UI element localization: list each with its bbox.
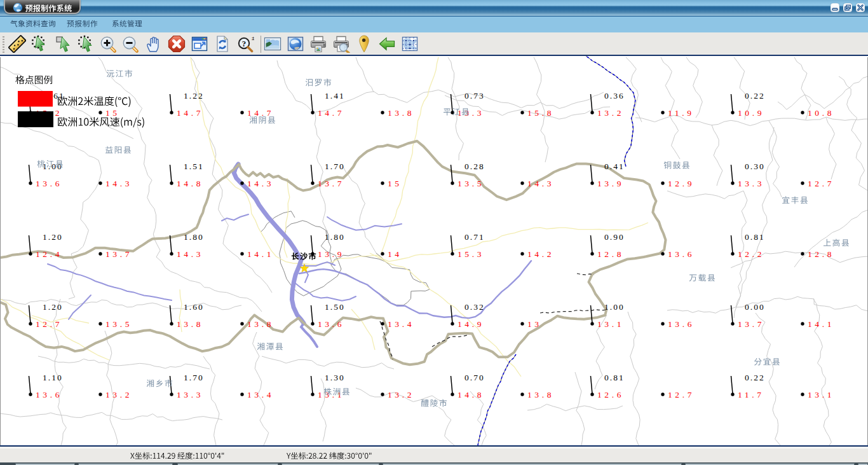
- svg-text:0.71: 0.71: [465, 232, 485, 242]
- svg-text:0.41: 0.41: [604, 162, 625, 171]
- svg-text:12.8: 12.8: [808, 249, 834, 259]
- svg-text:14.3: 14.3: [247, 179, 274, 188]
- svg-text:12.6: 12.6: [597, 390, 624, 399]
- svg-text:12.9: 12.9: [668, 179, 695, 188]
- svg-text:12.8: 12.8: [597, 249, 624, 259]
- svg-text:13.1: 13.1: [808, 390, 834, 399]
- svg-text:1.41: 1.41: [325, 91, 345, 101]
- svg-text:0.22: 0.22: [745, 373, 765, 382]
- svg-text:10.8: 10.8: [808, 108, 834, 118]
- svg-text:1.10: 1.10: [43, 373, 63, 382]
- svg-text:14.9: 14.9: [458, 319, 484, 329]
- svg-text:13.5: 13.5: [458, 179, 484, 188]
- svg-text:1.00: 1.00: [604, 302, 625, 312]
- svg-text:13.1: 13.1: [597, 319, 624, 329]
- svg-text:13.9: 13.9: [318, 249, 344, 259]
- svg-text:14.8: 14.8: [177, 179, 203, 188]
- svg-text:±: ±: [252, 35, 254, 41]
- svg-text:1.51: 1.51: [184, 162, 204, 171]
- svg-text:13.5: 13.5: [105, 319, 132, 329]
- svg-text:11.9: 11.9: [668, 108, 695, 118]
- svg-text:1.80: 1.80: [184, 232, 204, 242]
- svg-text:14.7: 14.7: [318, 108, 344, 118]
- svg-text:11.7: 11.7: [738, 390, 764, 399]
- svg-text:1.70: 1.70: [184, 373, 204, 382]
- svg-text:0.90: 0.90: [604, 232, 625, 242]
- svg-text:13.7: 13.7: [318, 179, 344, 188]
- svg-text:13.9: 13.9: [597, 179, 624, 188]
- svg-text:0.30: 0.30: [745, 162, 765, 171]
- svg-text:1.70: 1.70: [325, 162, 345, 171]
- svg-text:13.6: 13.6: [318, 319, 344, 329]
- svg-text:0.00: 0.00: [745, 302, 765, 312]
- svg-text:13.3: 13.3: [738, 179, 764, 188]
- svg-text:14.3: 14.3: [105, 179, 132, 188]
- svg-text:15.3: 15.3: [458, 249, 484, 259]
- svg-text:14.3: 14.3: [177, 249, 203, 259]
- svg-text:0.73: 0.73: [465, 91, 485, 101]
- svg-text:12.2: 12.2: [738, 249, 764, 259]
- svg-text:13.8: 13.8: [527, 390, 554, 399]
- svg-text:?: ?: [242, 39, 247, 48]
- svg-text:1.80: 1.80: [325, 232, 345, 242]
- svg-text:14.1: 14.1: [247, 249, 274, 259]
- svg-text:1.00: 1.00: [43, 162, 63, 171]
- svg-text:14.1: 14.1: [808, 319, 834, 329]
- svg-text:13.2: 13.2: [105, 390, 132, 399]
- svg-text:13.3: 13.3: [458, 108, 484, 118]
- svg-text:0.81: 0.81: [604, 373, 625, 382]
- svg-text:15: 15: [105, 108, 120, 118]
- svg-text:13.7: 13.7: [105, 249, 132, 259]
- svg-text:14.3: 14.3: [527, 179, 554, 188]
- svg-text:13.6: 13.6: [36, 179, 62, 188]
- svg-text:13.4: 13.4: [388, 319, 414, 329]
- svg-text:14.2: 14.2: [527, 249, 554, 259]
- svg-text:1.50: 1.50: [325, 302, 345, 312]
- svg-text:1.30: 1.30: [325, 373, 345, 382]
- svg-text:0.70: 0.70: [465, 373, 485, 382]
- svg-text:10.9: 10.9: [738, 108, 764, 118]
- svg-text:13.8: 13.8: [247, 319, 274, 329]
- svg-text:0.22: 0.22: [745, 91, 765, 101]
- svg-text:12.4: 12.4: [36, 249, 62, 259]
- svg-text:13: 13: [527, 319, 542, 329]
- svg-text:13.6: 13.6: [36, 390, 62, 399]
- svg-text:0.36: 0.36: [604, 91, 625, 101]
- svg-text:13.6: 13.6: [668, 319, 695, 329]
- svg-text:1.60: 1.60: [184, 302, 204, 312]
- svg-text:14: 14: [388, 249, 402, 259]
- svg-text:13.8: 13.8: [388, 108, 414, 118]
- svg-text:15.8: 15.8: [527, 108, 554, 118]
- svg-text:0.32: 0.32: [465, 302, 485, 312]
- svg-text:14.7: 14.7: [177, 108, 203, 118]
- svg-text:13.6: 13.6: [668, 249, 695, 259]
- svg-text:0.81: 0.81: [745, 232, 765, 242]
- svg-text:1.22: 1.22: [184, 91, 204, 101]
- svg-text:14.8: 14.8: [458, 390, 484, 399]
- svg-text:15: 15: [388, 179, 402, 188]
- svg-text:12.7: 12.7: [668, 390, 695, 399]
- svg-text:13.3: 13.3: [177, 390, 203, 399]
- svg-text:13.4: 13.4: [247, 390, 274, 399]
- svg-text:13.7: 13.7: [738, 319, 764, 329]
- svg-text:13.2: 13.2: [388, 390, 414, 399]
- svg-text:1.20: 1.20: [43, 302, 63, 312]
- svg-text:1.20: 1.20: [43, 232, 63, 242]
- svg-text:13.8: 13.8: [177, 319, 203, 329]
- svg-text:14.7: 14.7: [247, 108, 274, 118]
- svg-text:13.2: 13.2: [597, 108, 624, 118]
- svg-text:0.28: 0.28: [465, 162, 485, 171]
- svg-text:12.7: 12.7: [36, 319, 62, 329]
- svg-text:12.7: 12.7: [808, 179, 834, 188]
